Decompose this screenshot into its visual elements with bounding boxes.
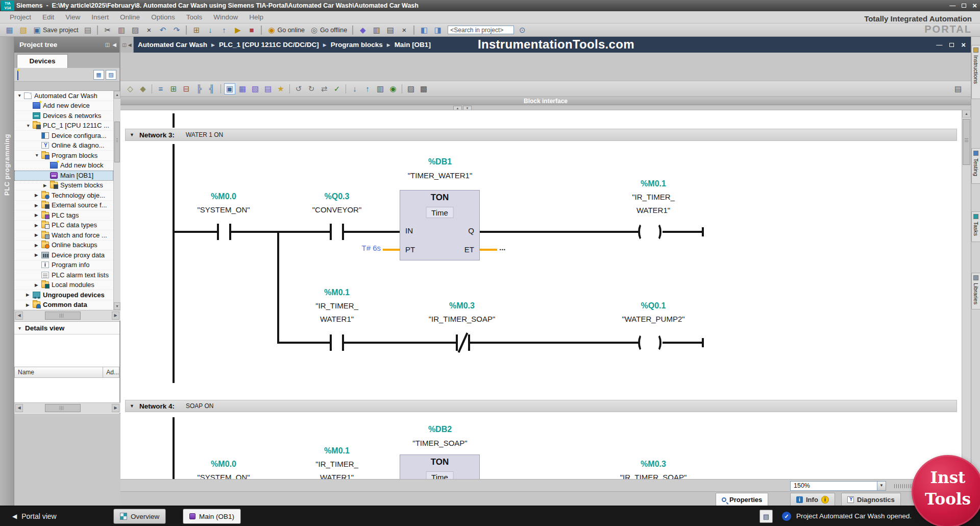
scroll-down-icon[interactable]: ▼ (114, 302, 120, 310)
cut-icon[interactable]: ✂ (101, 25, 114, 36)
pt-time-literal[interactable]: T# 6s (335, 244, 381, 252)
editor-tool-icon[interactable]: ↑ (362, 83, 373, 94)
expander-icon[interactable]: ▶ (35, 243, 41, 248)
minimize-pane-icon[interactable]: — (936, 40, 942, 50)
menu-item[interactable]: Edit (37, 11, 60, 23)
restore-pane-icon[interactable] (949, 43, 954, 47)
menu-item[interactable]: Tools (181, 11, 208, 23)
operand-name[interactable]: "IR_TIMER_SOAP" (411, 315, 513, 323)
pin-in[interactable]: IN (405, 226, 413, 235)
open-project-icon[interactable]: ▧ (17, 25, 30, 36)
editor-tool-icon[interactable]: ◆ (137, 83, 149, 94)
tree-horizontal-scrollbar[interactable]: ◀ ▶ (14, 310, 120, 321)
close-branch-icon[interactable]: ╣ (206, 83, 217, 94)
panel-collapse-icon[interactable]: ◀ (112, 37, 116, 53)
block-datatype-label[interactable]: Time (426, 471, 454, 479)
tree-item-device-proxy-data[interactable]: ▶ Device proxy data (14, 250, 113, 260)
lock-icon[interactable]: ▩ (418, 83, 429, 94)
comment-toggle-icon[interactable]: ▣ (224, 83, 235, 94)
save-project-button[interactable]: ▣Save project (31, 25, 80, 36)
network-collapse-icon[interactable]: ▼ (130, 403, 134, 409)
details-horizontal-scrollbar[interactable]: ◀ ▶ (14, 402, 120, 413)
network-4-comment[interactable]: SOAP ON (186, 402, 213, 410)
expander-icon[interactable]: ▶ (43, 183, 50, 188)
pin-q[interactable]: Q (468, 226, 474, 235)
no-contact-ir-timer-water1[interactable] (330, 334, 344, 351)
tree-item-online-diagnostics[interactable]: Online & diagno... (14, 141, 113, 151)
tree-item-technology-objects[interactable]: ▶ Technology obje... (14, 190, 113, 201)
operand-name[interactable]: "IR_TIMER_ (618, 193, 689, 201)
scroll-up-icon[interactable]: ▲ (962, 110, 971, 117)
operand-address[interactable]: %M0.0 (188, 460, 259, 469)
maximize-editor-icon[interactable]: ▤ (952, 83, 964, 94)
menu-item[interactable]: Project (4, 11, 37, 23)
editor-tool-icon[interactable]: ⊟ (181, 83, 192, 94)
expander-icon[interactable]: ▼ (35, 153, 41, 158)
details-view-header[interactable]: ▾ Details view (14, 321, 119, 334)
tree-item-plc-data-types[interactable]: ▶ PLC data types (14, 221, 113, 231)
scrollbar-thumb[interactable] (45, 404, 81, 412)
db-name[interactable]: "TIMER_SOAP" (389, 439, 491, 447)
editor-tool-icon[interactable]: ≡ (155, 83, 166, 94)
tree-item-system-blocks[interactable]: ▶ System blocks (14, 181, 113, 191)
zoom-select[interactable]: 150% ▼ (790, 481, 886, 491)
close-window-icon[interactable]: × (972, 1, 977, 11)
menu-item[interactable]: Online (114, 11, 145, 23)
tree-item-online-backups[interactable]: ▶ Online backups (14, 241, 113, 251)
breadcrumb-item[interactable]: Automated Car Wash (138, 41, 207, 49)
scroll-left-icon[interactable]: ◀ (15, 312, 23, 320)
disconnect-icon[interactable]: × (398, 25, 410, 36)
breadcrumb-item[interactable]: PLC_1 [CPU 1211C DC/DC/DC] (219, 41, 319, 49)
scrollbar-thumb[interactable] (45, 312, 81, 320)
redo-icon[interactable]: ↷ (170, 25, 183, 36)
operand-name[interactable]: WATER1" (301, 473, 373, 479)
editor-vertical-scrollbar[interactable]: ▲ ▼ (962, 110, 971, 479)
menu-item[interactable]: Options (145, 11, 181, 23)
start-cpu-icon[interactable]: ▶ (231, 25, 244, 36)
ton-timer-block[interactable]: TON Time IN Q PT ET (400, 190, 480, 260)
tree-item-plc-alarm-text-lists[interactable]: PLC alarm text lists (14, 270, 113, 280)
block-datatype-label[interactable]: Time (426, 207, 454, 218)
expander-icon[interactable]: ▶ (26, 292, 33, 297)
operand-name[interactable]: WATER1" (301, 315, 373, 323)
expander-icon[interactable]: ▶ (35, 252, 41, 257)
expander-icon[interactable]: ▶ (26, 302, 33, 307)
panel-split-icon[interactable]: ◫ (105, 37, 110, 53)
operand-name[interactable]: "CONVEYOR" (301, 205, 373, 214)
operand-name[interactable]: WATER1" (618, 206, 689, 214)
scroll-right-icon[interactable]: ▶ (112, 404, 119, 412)
menu-item[interactable]: View (60, 11, 86, 23)
editor-tool-icon[interactable]: ▧ (250, 83, 261, 94)
tree-item-ungrouped-devices[interactable]: ▶ Ungrouped devices (14, 290, 113, 300)
tree-item-main-ob1[interactable]: Main [OB1] (14, 171, 113, 181)
online-diagnostics-icon[interactable]: ◆ (356, 25, 369, 36)
new-project-icon[interactable]: ▦ (3, 25, 16, 36)
column-header-address[interactable]: Ad... (103, 367, 119, 378)
coil-water-pump2[interactable] (638, 333, 662, 352)
tree-item-local-modules[interactable]: ▶ Local modules (14, 280, 113, 291)
close-pane-icon[interactable]: × (961, 40, 966, 50)
tree-item-project[interactable]: ▼ Automated Car Wash (14, 91, 113, 101)
expander-icon[interactable]: ▼ (26, 123, 33, 128)
block-interface-bar[interactable]: Block interface (120, 97, 971, 105)
tab-devices[interactable]: Devices (17, 54, 68, 68)
menu-item[interactable]: Window (208, 11, 243, 23)
favorites-icon[interactable]: ★ (275, 83, 286, 94)
undo-icon[interactable]: ↶ (156, 25, 169, 36)
network-4-header[interactable]: ▼ Network 4: SOAP ON (125, 400, 957, 412)
panel-collapse-icons[interactable]: ◫◀ (120, 37, 134, 53)
tree-item-program-blocks[interactable]: ▼ Program blocks (14, 151, 113, 161)
tab-properties[interactable]: Properties (716, 493, 768, 506)
operand-name[interactable]: "SYSTEM_ON" (188, 473, 259, 479)
operand-address[interactable]: %Q0.3 (301, 192, 373, 201)
network-3-header[interactable]: ▼ Network 3: WATER 1 ON (125, 129, 957, 141)
tree-item-plc-tags[interactable]: ▶ PLC tags (14, 210, 113, 221)
add-device-icon[interactable] (17, 70, 18, 80)
ladder-canvas[interactable]: ▼ Network 3: WATER 1 ON %M0.0 "SYSTEM_ON… (120, 110, 962, 479)
menu-item[interactable]: Insert (86, 11, 114, 23)
portal-view-button[interactable]: ◀ Portal view (12, 506, 57, 526)
tab-testing[interactable]: Testing (971, 148, 980, 184)
tree-item-device-configuration[interactable]: Device configura... (14, 131, 113, 141)
tree-item-watch-force-tables[interactable]: ▶ Watch and force ... (14, 230, 113, 241)
copy-icon[interactable]: ▥ (115, 25, 128, 36)
